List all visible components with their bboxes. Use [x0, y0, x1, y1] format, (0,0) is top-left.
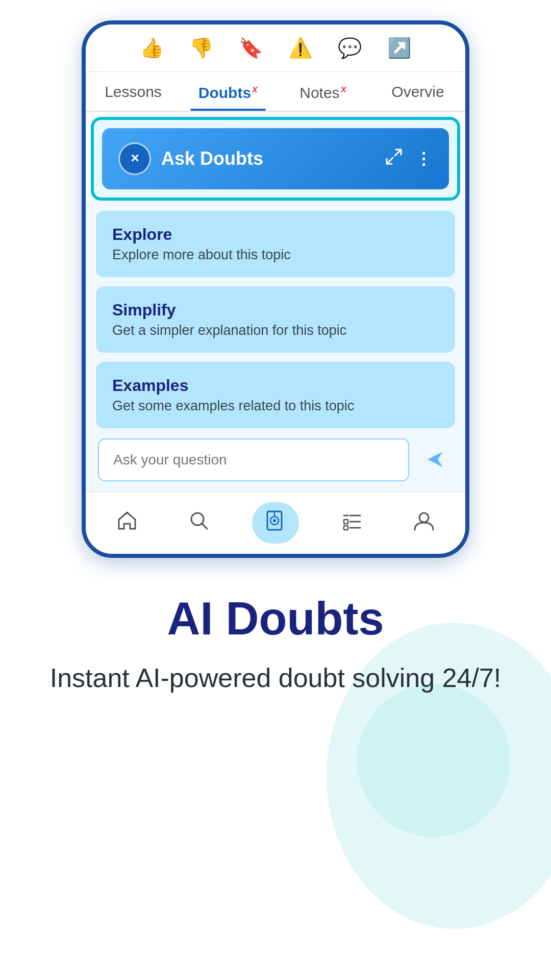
nav-tasks[interactable]	[333, 505, 371, 541]
tab-notes[interactable]: Notesx	[276, 72, 370, 111]
tasks-icon	[341, 509, 363, 536]
ask-doubts-header: ✕ Ask Doubts ⋮	[102, 128, 449, 189]
lessons-icon	[264, 509, 287, 536]
thumbs-up-icon[interactable]: 👍	[140, 37, 164, 59]
expand-icon[interactable]	[385, 148, 403, 170]
nav-home[interactable]	[108, 505, 146, 541]
share-icon[interactable]: ↗️	[387, 37, 411, 59]
phone-container: 👍 👎 🔖 ⚠️ 💬 ↗️ Lessons Doubtsx Notesx Ove…	[0, 0, 551, 558]
bottom-section: AI Doubts Instant AI-powered doubt solvi…	[0, 558, 551, 748]
tab-lessons[interactable]: Lessons	[86, 72, 181, 111]
tab-doubts[interactable]: Doubtsx	[181, 72, 276, 111]
search-icon	[188, 509, 210, 536]
svg-point-16	[419, 513, 429, 522]
bottom-nav	[86, 492, 465, 554]
examples-title: Examples	[112, 376, 439, 395]
comment-icon[interactable]: 💬	[338, 37, 362, 59]
question-input-row	[96, 438, 455, 481]
ask-doubts-right: ⋮	[385, 148, 433, 170]
svg-line-3	[387, 158, 393, 164]
phone-frame: 👍 👎 🔖 ⚠️ 💬 ↗️ Lessons Doubtsx Notesx Ove…	[82, 20, 469, 558]
send-button[interactable]	[417, 442, 453, 479]
explore-title: Explore	[112, 225, 439, 244]
svg-point-8	[273, 519, 276, 522]
tab-overview[interactable]: Overvie	[370, 72, 465, 111]
examples-card[interactable]: Examples Get some examples related to th…	[96, 362, 455, 428]
svg-rect-12	[344, 520, 348, 524]
ask-doubts-left: ✕ Ask Doubts	[118, 142, 263, 175]
profile-icon	[413, 509, 435, 536]
more-options-icon[interactable]: ⋮	[415, 149, 433, 168]
notes-superscript: x	[341, 83, 346, 94]
nav-lessons[interactable]	[252, 502, 299, 544]
thumbs-down-icon[interactable]: 👎	[189, 37, 213, 59]
home-icon	[116, 509, 138, 536]
svg-text:✕: ✕	[130, 152, 139, 165]
explore-desc: Explore more about this topic	[112, 247, 439, 263]
nav-search[interactable]	[180, 505, 218, 541]
svg-line-2	[395, 150, 401, 156]
simplify-desc: Get a simpler explanation for this topic	[112, 323, 439, 338]
simplify-card[interactable]: Simplify Get a simpler explanation for t…	[96, 286, 455, 353]
nav-profile[interactable]	[405, 505, 443, 541]
action-bar: 👍 👎 🔖 ⚠️ 💬 ↗️	[86, 24, 465, 72]
alert-icon[interactable]: ⚠️	[288, 37, 312, 59]
explore-card[interactable]: Explore Explore more about this topic	[96, 211, 455, 277]
svg-rect-14	[344, 526, 348, 530]
tab-bar: Lessons Doubtsx Notesx Overvie	[86, 72, 465, 112]
xpert-logo: ✕	[118, 142, 151, 175]
content-area: Explore Explore more about this topic Si…	[86, 201, 465, 492]
examples-desc: Get some examples related to this topic	[112, 398, 439, 414]
bookmark-icon[interactable]: 🔖	[239, 37, 263, 59]
svg-line-5	[202, 524, 207, 529]
ask-doubts-panel: ✕ Ask Doubts ⋮	[91, 117, 460, 201]
ai-doubts-subtitle: Instant AI-powered doubt solving 24/7!	[41, 659, 510, 697]
ai-doubts-heading: AI Doubts	[41, 594, 510, 644]
question-input[interactable]	[98, 438, 409, 481]
simplify-title: Simplify	[112, 301, 439, 320]
ask-doubts-title: Ask Doubts	[161, 148, 263, 169]
doubts-superscript: x	[252, 83, 258, 94]
